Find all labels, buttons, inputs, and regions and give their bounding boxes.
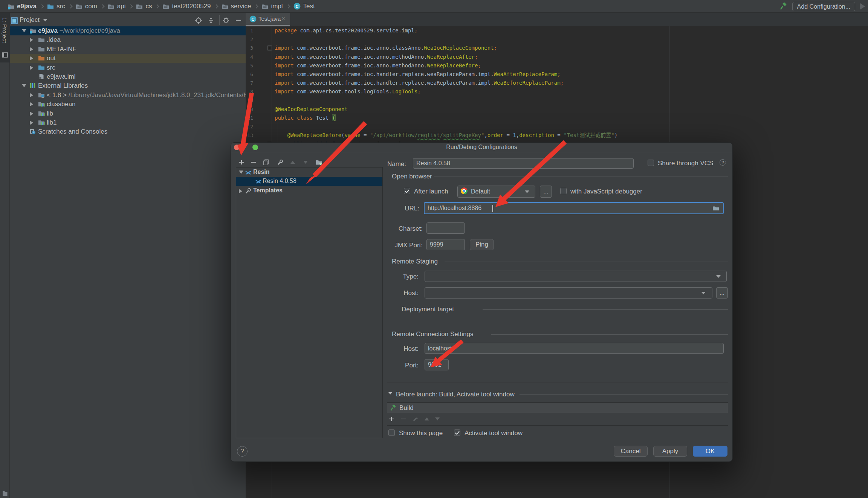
collapsed-arrow-icon[interactable] xyxy=(30,47,33,52)
remove-task-icon[interactable] xyxy=(400,415,407,423)
config-item-label: Resin 4.0.58 xyxy=(263,178,296,184)
name-field[interactable]: Resin 4.0.58 xyxy=(413,158,634,169)
stripe-bottom-icon[interactable] xyxy=(2,490,8,497)
chevron-down-icon[interactable] xyxy=(701,292,706,294)
line-number: 7 xyxy=(246,79,253,87)
breadcrumb-item-Test[interactable]: CTest xyxy=(291,3,317,10)
share-vcs-checkbox[interactable] xyxy=(648,160,654,166)
close-icon[interactable]: × xyxy=(282,15,285,21)
line-number: 13 xyxy=(246,131,253,140)
browser-more-button[interactable]: ... xyxy=(540,186,552,198)
rc-port-label: Port: xyxy=(366,362,419,369)
tab-title: Test.java xyxy=(258,15,281,22)
edit-defaults-icon[interactable] xyxy=(276,158,284,166)
tree-item-src[interactable]: src xyxy=(10,63,246,72)
copy-configuration-icon[interactable] xyxy=(262,158,270,166)
hide-panel-icon[interactable] xyxy=(234,16,243,25)
new-folder-icon[interactable] xyxy=(315,158,323,166)
breadcrumb-separator-icon xyxy=(155,4,159,8)
config-item-templates[interactable]: Templates xyxy=(236,186,382,195)
collapsed-arrow-icon[interactable] xyxy=(30,120,33,125)
activate-tool-window-checkbox[interactable] xyxy=(454,429,460,436)
tree-item-classbean[interactable]: classbean xyxy=(10,100,246,109)
ok-button[interactable]: OK xyxy=(693,446,727,457)
collapse-all-icon[interactable] xyxy=(206,16,215,25)
tree-item--1-8-[interactable]: < 1.8 > /Library/Java/JavaVirtualMachine… xyxy=(10,91,246,100)
breadcrumb-item-impl[interactable]: impl xyxy=(259,3,285,10)
charset-field[interactable] xyxy=(426,222,465,234)
show-this-page-checkbox[interactable] xyxy=(388,429,395,436)
staging-host-more-button[interactable]: ... xyxy=(716,287,728,298)
breadcrumb-item-src[interactable]: src xyxy=(45,3,67,10)
wrench-icon xyxy=(245,188,251,194)
chevron-down-icon[interactable] xyxy=(716,275,721,278)
breadcrumb-item-cs[interactable]: cs xyxy=(134,3,154,10)
move-task-down-icon[interactable] xyxy=(434,415,441,423)
add-configuration-icon[interactable] xyxy=(238,158,245,166)
js-debugger-checkbox[interactable] xyxy=(560,188,567,194)
cancel-button[interactable]: Cancel xyxy=(614,446,648,457)
type-combobox[interactable] xyxy=(425,271,727,282)
tree-item-lib1[interactable]: lib1 xyxy=(10,118,246,127)
jmx-port-field[interactable]: 9999 xyxy=(426,239,465,250)
project-stripe-tab[interactable]: 1: Project xyxy=(0,13,10,62)
apply-button[interactable]: Apply xyxy=(653,446,687,457)
collapsed-arrow-icon[interactable] xyxy=(30,56,33,61)
staging-host-combobox[interactable] xyxy=(425,287,712,298)
move-up-icon[interactable] xyxy=(289,158,296,166)
config-item-resin-4-0-58[interactable]: Resin 4.0.58 xyxy=(236,177,382,186)
collapse-icon[interactable] xyxy=(388,392,392,394)
run-icon[interactable] xyxy=(860,3,865,10)
tree-item-lib[interactable]: lib xyxy=(10,109,246,118)
after-launch-checkbox[interactable] xyxy=(404,188,410,194)
url-field[interactable]: http://localhost:8886 xyxy=(424,202,724,214)
tree-item-scratches-and-consoles[interactable]: Scratches and Consoles xyxy=(10,127,246,136)
tab-test-java[interactable]: C Test.java × xyxy=(246,13,290,25)
tree-item-e9java[interactable]: e9java ~/work/project/e9java xyxy=(10,26,246,35)
tree-item-e9java-iml[interactable]: e9java.iml xyxy=(10,72,246,81)
ping-button[interactable]: Ping xyxy=(470,239,494,250)
help-icon[interactable]: ? xyxy=(720,159,726,166)
tree-item-label: lib1 xyxy=(47,119,57,126)
expanded-arrow-icon[interactable] xyxy=(22,84,26,87)
collapsed-arrow-icon[interactable] xyxy=(30,93,33,97)
locate-icon[interactable] xyxy=(194,16,203,25)
add-configuration-button[interactable]: Add Configuration... xyxy=(792,2,855,11)
collapsed-arrow-icon[interactable] xyxy=(30,65,33,70)
collapsed-arrow-icon[interactable] xyxy=(30,38,33,42)
fold-icon[interactable]: − xyxy=(267,46,272,50)
collapsed-arrow-icon[interactable] xyxy=(239,189,242,193)
chevron-down-icon[interactable] xyxy=(43,19,47,21)
gear-icon[interactable] xyxy=(222,16,231,25)
breadcrumb-item-api[interactable]: api xyxy=(105,3,128,10)
code-text: import com.weaverboot.frame.ioc.anno.met… xyxy=(275,53,478,61)
add-task-icon[interactable] xyxy=(388,415,395,423)
breadcrumb-item-com[interactable]: com xyxy=(73,3,99,10)
move-down-icon[interactable] xyxy=(302,158,309,166)
browser-combobox[interactable]: Default xyxy=(457,186,535,198)
folder-icon[interactable] xyxy=(712,206,719,211)
help-button[interactable]: ? xyxy=(237,446,248,457)
rc-host-field[interactable]: localhost xyxy=(425,343,724,354)
chevron-down-icon[interactable] xyxy=(525,190,529,193)
move-task-up-icon[interactable] xyxy=(423,415,431,423)
tree-item-out[interactable]: out xyxy=(10,54,246,63)
code-line-1: 1package com.api.cs.test20200529.service… xyxy=(246,26,868,35)
expanded-arrow-icon[interactable] xyxy=(22,29,26,32)
tree-item-meta-inf[interactable]: META-INF xyxy=(10,45,246,54)
breadcrumb-item-e9java[interactable]: e9java xyxy=(5,3,39,10)
collapsed-arrow-icon[interactable] xyxy=(30,102,33,107)
remove-configuration-icon[interactable] xyxy=(250,158,257,166)
expanded-arrow-icon[interactable] xyxy=(239,171,243,174)
project-panel-title[interactable]: Project xyxy=(20,16,40,24)
build-hammer-icon[interactable] xyxy=(779,2,788,11)
config-item-resin[interactable]: Resin xyxy=(236,168,382,177)
before-launch-build-row[interactable]: Build xyxy=(387,402,728,413)
breadcrumb-item-test20200529[interactable]: test20200529 xyxy=(160,3,213,10)
breadcrumb-item-service[interactable]: service xyxy=(219,3,254,10)
tree-item--idea[interactable]: .idea xyxy=(10,35,246,44)
collapsed-arrow-icon[interactable] xyxy=(30,111,33,116)
edit-task-icon[interactable] xyxy=(412,415,419,423)
rc-port-field[interactable]: 9081 xyxy=(425,359,449,370)
tree-item-external-libraries[interactable]: External Libraries xyxy=(10,81,246,90)
